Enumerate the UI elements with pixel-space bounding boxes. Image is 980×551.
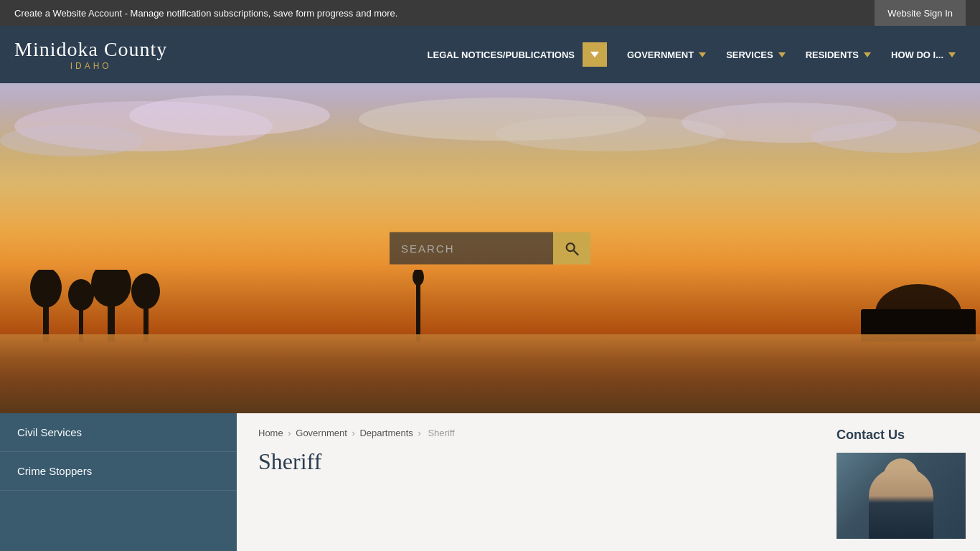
search-icon: [564, 240, 580, 256]
breadcrumb: Home › Government › Departments › Sherif…: [258, 428, 801, 438]
sidebar-item-crime-stoppers[interactable]: Crime Stoppers: [0, 452, 237, 491]
nav-item-services[interactable]: SERVICES: [716, 26, 796, 83]
main-nav: LEGAL NOTICES/PUBLICATIONS GOVERNMENT SE…: [418, 26, 966, 83]
svg-point-14: [91, 270, 131, 307]
logo[interactable]: Minidoka County IDAHO: [14, 38, 167, 71]
top-banner: Create a Website Account - Manage notifi…: [0, 0, 980, 26]
nav-howdoi-label: HOW DO I...: [891, 50, 943, 60]
breadcrumb-current: Sheriff: [428, 428, 454, 438]
contact-sidebar: Contact Us: [822, 413, 980, 551]
nav-government-label: GOVERNMENT: [627, 50, 694, 60]
nav-item-legal[interactable]: LEGAL NOTICES/PUBLICATIONS: [418, 26, 617, 83]
breadcrumb-government[interactable]: Government: [296, 428, 347, 438]
nav-legal-label: LEGAL NOTICES/PUBLICATIONS: [428, 50, 575, 60]
nav-services-label: SERVICES: [726, 50, 773, 60]
svg-point-18: [413, 270, 424, 286]
header: Minidoka County IDAHO LEGAL NOTICES/PUBL…: [0, 26, 980, 83]
chevron-down-icon: [948, 52, 956, 57]
contact-us-title: Contact Us: [837, 428, 966, 443]
breadcrumb-departments[interactable]: Departments: [359, 428, 413, 438]
hero-trees: [0, 270, 980, 342]
sidebar-item-label: Civil Services: [17, 426, 82, 438]
page-title: Sheriff: [258, 448, 801, 475]
svg-point-10: [30, 270, 62, 308]
breadcrumb-sep: ›: [352, 428, 357, 438]
contact-photo: [837, 453, 966, 539]
nav-item-residents[interactable]: RESIDENTS: [796, 26, 881, 83]
contact-person: [869, 467, 933, 539]
sign-in-button[interactable]: Website Sign In: [875, 0, 966, 26]
logo-subtitle: IDAHO: [14, 61, 167, 71]
hero-water: [0, 334, 980, 413]
svg-line-22: [574, 250, 578, 255]
sidebar: Civil Services Crime Stoppers: [0, 413, 237, 551]
nav-item-howdoi[interactable]: HOW DO I...: [881, 26, 966, 83]
svg-point-2: [129, 95, 330, 136]
svg-point-3: [0, 125, 143, 156]
banner-message: Create a Website Account - Manage notifi…: [14, 8, 875, 19]
sidebar-item-civil-services[interactable]: Civil Services: [0, 413, 237, 452]
chevron-down-icon: [864, 52, 871, 57]
svg-point-7: [811, 121, 980, 153]
sidebar-item-label: Crime Stoppers: [17, 465, 92, 477]
nav-legal-arrow-icon[interactable]: [583, 42, 607, 67]
svg-point-21: [567, 243, 575, 251]
chevron-down-icon: [778, 52, 786, 57]
breadcrumb-sep: ›: [288, 428, 293, 438]
search-container: [390, 232, 590, 265]
nav-residents-label: RESIDENTS: [806, 50, 859, 60]
main-content: Home › Government › Departments › Sherif…: [237, 413, 822, 551]
logo-title: Minidoka County: [14, 38, 167, 61]
breadcrumb-home[interactable]: Home: [258, 428, 283, 438]
search-button[interactable]: [553, 232, 590, 265]
nav-item-government[interactable]: GOVERNMENT: [617, 26, 716, 83]
svg-point-12: [68, 279, 94, 311]
hero-banner: [0, 83, 980, 413]
search-input[interactable]: [390, 232, 553, 265]
chevron-down-icon: [699, 52, 706, 57]
content-area: Civil Services Crime Stoppers Home › Gov…: [0, 413, 980, 551]
svg-point-16: [131, 273, 160, 309]
breadcrumb-sep: ›: [418, 428, 423, 438]
